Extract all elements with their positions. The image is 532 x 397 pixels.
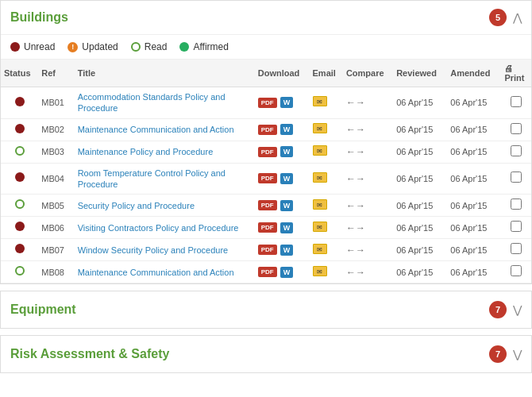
row-amended-cell: 06 Apr'15 (447, 141, 501, 163)
row-email-cell: ✉ (310, 163, 343, 195)
row-print-cell (501, 87, 531, 119)
pdf-download-button[interactable]: PDF (258, 125, 277, 135)
buildings-badge: 5 (489, 9, 507, 26)
risk-header-right: 7 ⋁ (489, 345, 522, 363)
table-row: MB04Room Temperature Control Policy and … (1, 163, 531, 195)
row-reviewed-cell: 06 Apr'15 (393, 87, 447, 119)
buildings-section: Buildings 5 ⋀ Unread ! Updated Read Af (0, 0, 532, 284)
legend-affirmed: Affirmed (179, 41, 228, 52)
compare-arrows-icon[interactable]: ←→ (346, 97, 365, 108)
col-download: Download (255, 60, 310, 87)
compare-arrows-icon[interactable]: ←→ (346, 245, 365, 256)
email-icon[interactable]: ✉ (313, 123, 327, 133)
read-dot-icon (131, 42, 141, 52)
status-dot-icon (15, 222, 25, 231)
row-email-cell: ✉ (310, 195, 343, 217)
row-amended-cell: 06 Apr'15 (447, 195, 501, 217)
row-email-cell: ✉ (310, 141, 343, 163)
risk-header[interactable]: Risk Assessment & Safety 7 ⋁ (1, 336, 531, 372)
col-ref: Ref (38, 60, 74, 87)
legend-affirmed-label: Affirmed (193, 41, 228, 52)
table-row: MB07Window Security Policy and Procedure… (1, 239, 531, 261)
word-download-button[interactable]: W (280, 200, 294, 211)
table-header-row: Status Ref Title Download Email Compare … (1, 60, 531, 87)
risk-badge: 7 (489, 345, 507, 363)
email-icon[interactable]: ✉ (313, 172, 327, 183)
status-dot-icon (15, 244, 25, 253)
document-link[interactable]: Window Security Policy and Procedure (78, 245, 229, 255)
email-icon[interactable]: ✉ (313, 199, 327, 210)
document-link[interactable]: Accommodation Standards Policy and Proce… (78, 92, 226, 113)
word-download-button[interactable]: W (280, 222, 294, 233)
email-icon[interactable]: ✉ (313, 145, 327, 156)
email-icon[interactable]: ✉ (313, 266, 327, 276)
document-link[interactable]: Room Temperature Control Policy and Proc… (78, 168, 226, 189)
print-checkbox[interactable] (511, 145, 522, 156)
risk-section: Risk Assessment & Safety 7 ⋁ (0, 335, 532, 373)
print-checkbox[interactable] (511, 172, 522, 183)
row-reviewed-cell: 06 Apr'15 (393, 163, 447, 195)
compare-arrows-icon[interactable]: ←→ (346, 146, 365, 157)
row-status-cell (1, 163, 38, 195)
word-download-button[interactable]: W (280, 267, 294, 278)
print-checkbox[interactable] (511, 265, 522, 276)
table-row: MB05Security Policy and Procedure PDF W … (1, 195, 531, 217)
document-link[interactable]: Security Policy and Procedure (78, 201, 195, 210)
buildings-header: Buildings 5 ⋀ (1, 1, 531, 35)
print-checkbox[interactable] (511, 96, 522, 107)
equipment-section: Equipment 7 ⋁ (0, 291, 532, 329)
word-download-button[interactable]: W (280, 97, 294, 108)
row-email-cell: ✉ (310, 239, 343, 261)
document-link[interactable]: Maintenance Policy and Procedure (78, 147, 214, 156)
row-status-cell (1, 118, 38, 141)
print-icon: 🖨 (504, 64, 513, 73)
word-download-button[interactable]: W (280, 124, 294, 135)
pdf-download-button[interactable]: PDF (258, 147, 277, 157)
pdf-download-button[interactable]: PDF (258, 98, 277, 108)
legend-unread: Unread (10, 41, 55, 52)
equipment-header[interactable]: Equipment 7 ⋁ (1, 291, 531, 328)
word-download-button[interactable]: W (280, 146, 294, 157)
col-email: Email (310, 60, 343, 87)
risk-title: Risk Assessment & Safety (10, 347, 169, 361)
document-link[interactable]: Visiting Contractors Policy and Procedur… (78, 223, 239, 233)
pdf-download-button[interactable]: PDF (258, 245, 277, 255)
print-checkbox[interactable] (511, 221, 522, 232)
email-icon[interactable]: ✉ (313, 222, 327, 232)
row-reviewed-cell: 06 Apr'15 (393, 118, 447, 141)
compare-arrows-icon[interactable]: ←→ (346, 222, 365, 233)
word-download-button[interactable]: W (280, 245, 294, 256)
legend-read: Read (131, 41, 168, 52)
row-title-cell: Room Temperature Control Policy and Proc… (75, 163, 255, 195)
document-link[interactable]: Maintenance Communication and Action (78, 125, 234, 134)
status-dot-icon (15, 97, 25, 106)
word-download-button[interactable]: W (280, 173, 294, 184)
document-link[interactable]: Maintenance Communication and Action (78, 268, 234, 277)
print-checkbox[interactable] (511, 198, 522, 210)
col-status: Status (1, 60, 38, 87)
row-ref-cell: MB08 (38, 261, 74, 283)
print-checkbox[interactable] (511, 123, 522, 134)
compare-arrows-icon[interactable]: ←→ (346, 200, 365, 211)
equipment-chevron-icon[interactable]: ⋁ (513, 303, 522, 316)
risk-chevron-icon[interactable]: ⋁ (513, 348, 522, 360)
pdf-download-button[interactable]: PDF (258, 200, 277, 210)
equipment-title: Equipment (10, 303, 76, 317)
buildings-chevron-icon[interactable]: ⋀ (513, 11, 522, 24)
row-download-cell: PDF W (255, 141, 310, 163)
pdf-download-button[interactable]: PDF (258, 222, 277, 233)
legend: Unread ! Updated Read Affirmed (1, 35, 531, 60)
pdf-download-button[interactable]: PDF (258, 173, 277, 183)
compare-arrows-icon[interactable]: ←→ (346, 124, 365, 135)
print-checkbox[interactable] (511, 243, 522, 254)
email-icon[interactable]: ✉ (313, 244, 327, 254)
row-reviewed-cell: 06 Apr'15 (393, 239, 447, 261)
email-icon[interactable]: ✉ (313, 96, 327, 106)
row-status-cell (1, 87, 38, 119)
pdf-download-button[interactable]: PDF (258, 267, 277, 277)
legend-updated: ! Updated (67, 41, 118, 52)
row-compare-cell: ←→ (343, 118, 393, 141)
compare-arrows-icon[interactable]: ←→ (346, 173, 365, 184)
compare-arrows-icon[interactable]: ←→ (346, 267, 365, 278)
affirmed-dot-icon (179, 42, 189, 52)
